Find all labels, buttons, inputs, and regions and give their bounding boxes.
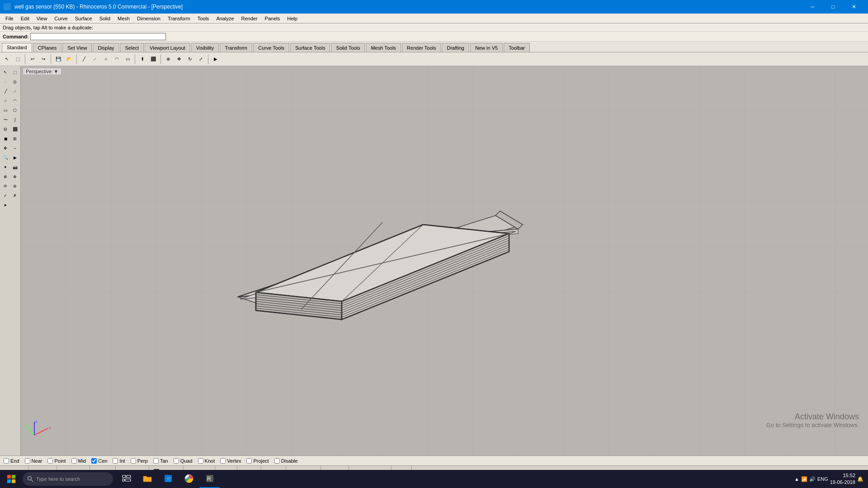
left-history-tool[interactable]: ⟳ <box>1 182 10 191</box>
toolbar-extrude-btn[interactable]: ⬆ <box>137 54 147 64</box>
osnap-project[interactable]: Project <box>246 458 269 464</box>
left-line-tool[interactable]: ╱ <box>1 87 10 96</box>
osnap-mid[interactable]: Mid <box>71 458 86 464</box>
toolbar-undo-btn[interactable]: ↩ <box>28 54 38 64</box>
toolbar-rotate-btn[interactable]: ↻ <box>185 54 195 64</box>
menu-item-curve[interactable]: Curve <box>51 15 71 22</box>
osnap-near[interactable]: Near <box>25 458 42 464</box>
left-render-tool[interactable]: ▶ <box>10 153 19 162</box>
tab-new-in-v5[interactable]: New in V5 <box>470 43 503 52</box>
left-circle-tool[interactable]: ○ <box>1 96 10 105</box>
osnap-knot-checkbox[interactable] <box>198 458 203 464</box>
left-rect-tool[interactable]: ▭ <box>1 106 10 115</box>
osnap-point[interactable]: Point <box>47 458 66 464</box>
osnap-vertex[interactable]: Vertex <box>220 458 241 464</box>
taskbar-chrome[interactable] <box>179 470 199 488</box>
osnap-int-checkbox[interactable] <box>113 458 118 464</box>
taskbar-file-explorer[interactable] <box>137 470 157 488</box>
tab-select[interactable]: Select <box>120 43 144 52</box>
left-box-tool[interactable]: ⬛ <box>10 125 19 134</box>
menu-item-render[interactable]: Render <box>238 15 261 22</box>
viewport[interactable]: Perspective ▼ x y z Activate Windows Go … <box>21 66 868 455</box>
osnap-perp-checkbox[interactable] <box>131 458 136 464</box>
osnap-disable[interactable]: Disable <box>274 458 298 464</box>
left-point2-tool[interactable]: ◎ <box>10 77 19 86</box>
menu-item-view[interactable]: View <box>33 15 51 22</box>
systray-network[interactable]: ▲ <box>794 476 799 482</box>
menu-item-edit[interactable]: Edit <box>17 15 33 22</box>
left-layer-tool[interactable]: ⊜ <box>10 182 19 191</box>
osnap-quad-checkbox[interactable] <box>174 458 179 464</box>
left-freeform-tool[interactable]: 〜 <box>1 115 10 124</box>
osnap-quad[interactable]: Quad <box>174 458 193 464</box>
tab-set-view[interactable]: Set View <box>62 43 92 52</box>
tab-transform[interactable]: Transform <box>220 43 252 52</box>
left-dimension-tool[interactable]: ↔ <box>10 144 19 153</box>
tab-visibility[interactable]: Visibility <box>191 43 219 52</box>
osnap-end[interactable]: End <box>4 458 19 464</box>
toolbar-open-btn[interactable]: 📂 <box>64 54 74 64</box>
left-analyze-tool[interactable]: 🔍 <box>1 153 10 162</box>
tab-render-tools[interactable]: Render Tools <box>402 43 441 52</box>
toolbar-snap-btn[interactable]: ⊕ <box>163 54 173 64</box>
menu-item-mesh[interactable]: Mesh <box>114 15 133 22</box>
toolbar-select-btn[interactable]: ↖ <box>2 54 12 64</box>
left-polyline-tool[interactable]: ⟋ <box>10 87 19 96</box>
systray-lang[interactable]: ENG <box>817 476 828 482</box>
menu-item-panels[interactable]: Panels <box>261 15 284 22</box>
menu-item-surface[interactable]: Surface <box>71 15 96 22</box>
left-select-window-tool[interactable]: ⬚ <box>10 68 19 77</box>
left-curve-tool[interactable]: ∫ <box>10 115 19 124</box>
tab-curve-tools[interactable]: Curve Tools <box>253 43 289 52</box>
systray-wifi[interactable]: 📶 <box>801 476 807 482</box>
tab-surface-tools[interactable]: Surface Tools <box>290 43 330 52</box>
osnap-disable-checkbox[interactable] <box>274 458 280 464</box>
toolbar-rect-btn[interactable]: ▭ <box>123 54 132 64</box>
left-surface-tool[interactable]: ⊟ <box>1 125 10 134</box>
menu-item-dimension[interactable]: Dimension <box>133 15 164 22</box>
toolbar-render-btn[interactable]: ▶ <box>211 54 221 64</box>
tab-standard[interactable]: Standard <box>2 43 32 52</box>
osnap-tan[interactable]: Tan <box>153 458 168 464</box>
taskbar-search[interactable]: Type here to search <box>23 472 113 486</box>
taskbar-store[interactable]: 🛒 <box>158 470 178 488</box>
osnap-vertex-checkbox[interactable] <box>220 458 226 464</box>
osnap-near-checkbox[interactable] <box>25 458 30 464</box>
left-check2-tool[interactable]: ✗ <box>10 191 19 200</box>
left-transform-tool[interactable]: ✥ <box>1 144 10 153</box>
osnap-cen[interactable]: Cen <box>91 458 107 464</box>
left-point-tool[interactable]: · <box>1 77 10 86</box>
left-arc-tool[interactable]: ◠ <box>10 96 19 105</box>
left-solid-tool[interactable]: ◼ <box>1 134 10 143</box>
osnap-end-checkbox[interactable] <box>4 458 9 464</box>
tab-display[interactable]: Display <box>93 43 119 52</box>
osnap-int[interactable]: Int <box>113 458 125 464</box>
tab-solid-tools[interactable]: Solid Tools <box>331 43 365 52</box>
tab-cplanes[interactable]: CPlanes <box>33 43 62 52</box>
osnap-point-checkbox[interactable] <box>47 458 53 464</box>
systray-volume[interactable]: 🔊 <box>809 476 816 482</box>
taskbar-rhino[interactable]: R <box>200 470 220 488</box>
menu-item-solid[interactable]: Solid <box>96 15 114 22</box>
command-input[interactable] <box>30 33 166 40</box>
menu-item-file[interactable]: File <box>2 15 17 22</box>
toolbar-arc-btn[interactable]: ◠ <box>112 54 122 64</box>
toolbar-line-btn[interactable]: ╱ <box>79 54 89 64</box>
toolbar-scale-btn[interactable]: ⤢ <box>196 54 206 64</box>
osnap-mid-checkbox[interactable] <box>71 458 77 464</box>
osnap-tan-checkbox[interactable] <box>153 458 159 464</box>
minimize-button[interactable]: ─ <box>802 0 823 14</box>
tab-toolbar[interactable]: Toolbar <box>504 43 530 52</box>
toolbar-save-btn[interactable]: 💾 <box>53 54 63 64</box>
osnap-cen-checkbox[interactable] <box>91 458 97 464</box>
taskbar-clock[interactable]: 15:52 19-06-2018 <box>830 472 855 486</box>
osnap-project-checkbox[interactable] <box>246 458 252 464</box>
toolbar-polyline-btn[interactable]: ⟋ <box>90 54 100 64</box>
toolbar-circle-btn[interactable]: ○ <box>101 54 111 64</box>
left-check-tool[interactable]: ✓ <box>1 191 10 200</box>
toolbar-move-btn[interactable]: ✥ <box>174 54 184 64</box>
menu-item-help[interactable]: Help <box>283 15 301 22</box>
left-select-tool[interactable]: ↖ <box>1 68 10 77</box>
viewport-label[interactable]: Perspective ▼ <box>23 68 61 75</box>
tab-drafting[interactable]: Drafting <box>442 43 469 52</box>
